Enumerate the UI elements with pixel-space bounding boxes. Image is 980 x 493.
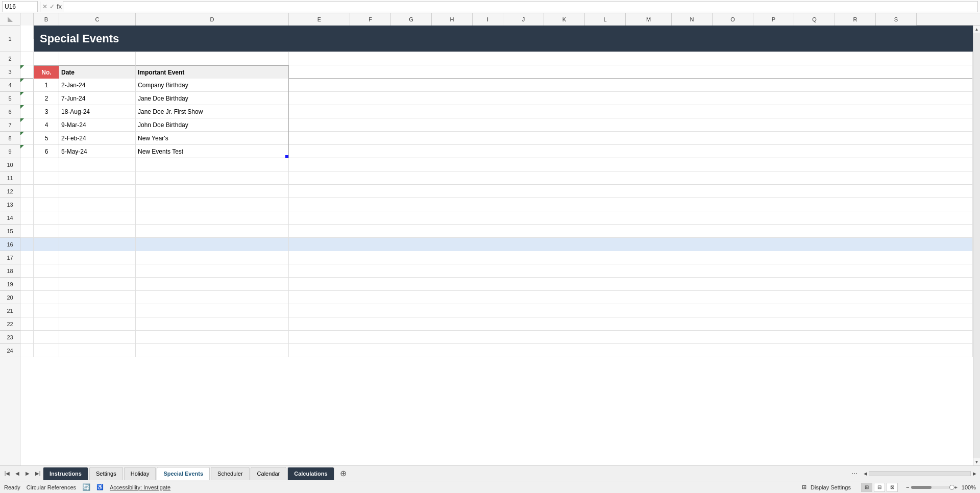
page-break-btn[interactable]: ⊠ — [887, 483, 898, 492]
tab-options-dots[interactable]: ⋯ — [851, 470, 857, 477]
cell-a2[interactable] — [20, 52, 34, 65]
col-header-b[interactable]: B — [34, 13, 59, 26]
cell-a19[interactable] — [20, 278, 34, 291]
cell-rest-13[interactable] — [289, 198, 973, 211]
cell-rest-21[interactable] — [289, 304, 973, 317]
col-header-i[interactable]: I — [473, 13, 503, 26]
cell-c15[interactable] — [59, 225, 136, 238]
cell-rest-12[interactable] — [289, 185, 973, 198]
sheet-tab-scheduler[interactable]: Scheduler — [211, 467, 250, 480]
cell-a16[interactable] — [20, 238, 34, 251]
cell-b4[interactable]: 1 — [34, 79, 59, 92]
cell-rest-9[interactable] — [289, 145, 973, 158]
cell-rest-14[interactable] — [289, 211, 973, 225]
add-sheet-btn[interactable]: ⊕ — [337, 467, 350, 480]
row-num-12[interactable]: 12 — [0, 185, 20, 198]
row-num-10[interactable]: 10 — [0, 158, 20, 171]
cell-d23[interactable] — [136, 331, 289, 344]
tab-scroll-left[interactable]: |◀ — [2, 469, 12, 479]
cell-c7[interactable]: 9-Mar-24 — [59, 118, 136, 132]
cell-d21[interactable] — [136, 304, 289, 317]
row-num-14[interactable]: 14 — [0, 211, 20, 225]
zoom-in-btn[interactable]: + — [954, 484, 957, 490]
cell-b12[interactable] — [34, 185, 59, 198]
normal-view-btn[interactable]: ⊞ — [861, 483, 872, 492]
zoom-slider-thumb[interactable] — [949, 485, 954, 490]
cell-d13[interactable] — [136, 198, 289, 211]
cell-b3-header-no[interactable]: No. — [34, 65, 59, 79]
cell-c22[interactable] — [59, 317, 136, 331]
cell-rest-10[interactable] — [289, 158, 973, 171]
col-header-g[interactable]: G — [391, 13, 432, 26]
cell-c21[interactable] — [59, 304, 136, 317]
col-header-c[interactable]: C — [59, 13, 136, 26]
page-layout-btn[interactable]: ⊟ — [874, 483, 885, 492]
cell-d17[interactable] — [136, 251, 289, 264]
accessibility-label[interactable]: Accessibility: Investigate — [110, 484, 170, 490]
cell-b18[interactable] — [34, 264, 59, 278]
cell-b24[interactable] — [34, 344, 59, 357]
row-num-8[interactable]: 8 — [0, 132, 20, 145]
cell-rest-20[interactable] — [289, 291, 973, 304]
cell-a20[interactable] — [20, 291, 34, 304]
cell-a23[interactable] — [20, 331, 34, 344]
cancel-icon[interactable]: ✕ — [42, 3, 47, 10]
cell-rest-15[interactable] — [289, 225, 973, 238]
cell-b20[interactable] — [34, 291, 59, 304]
cell-rest-2[interactable] — [289, 52, 973, 65]
cell-b2[interactable] — [34, 52, 59, 65]
row-num-23[interactable]: 23 — [0, 331, 20, 344]
cell-rest-5[interactable] — [289, 92, 973, 105]
col-header-o[interactable]: O — [713, 13, 753, 26]
cell-c20[interactable] — [59, 291, 136, 304]
cell-c9[interactable]: 5-May-24 — [59, 145, 136, 158]
cell-d6[interactable]: Jane Doe Jr. First Show — [136, 105, 289, 118]
row-num-22[interactable]: 22 — [0, 317, 20, 331]
cell-rest-23[interactable] — [289, 331, 973, 344]
cell-c23[interactable] — [59, 331, 136, 344]
cell-a11[interactable] — [20, 171, 34, 185]
cell-c18[interactable] — [59, 264, 136, 278]
scroll-down-btn[interactable]: ▼ — [973, 458, 980, 465]
col-header-m[interactable]: M — [626, 13, 672, 26]
cell-c14[interactable] — [59, 211, 136, 225]
row-num-1[interactable]: 1 — [0, 26, 20, 52]
cell-rest-3[interactable] — [289, 65, 973, 79]
zoom-out-btn[interactable]: − — [906, 484, 909, 490]
cell-a9[interactable] — [20, 145, 34, 158]
cell-rest-11[interactable] — [289, 171, 973, 185]
zoom-slider-track[interactable] — [911, 486, 952, 489]
cell-d9[interactable]: New Events Test — [136, 145, 289, 158]
cell-rest-17[interactable] — [289, 251, 973, 264]
cell-d7[interactable]: John Doe Birthday — [136, 118, 289, 132]
cell-c5[interactable]: 7-Jun-24 — [59, 92, 136, 105]
cell-a24[interactable] — [20, 344, 34, 357]
cell-a8[interactable] — [20, 132, 34, 145]
row-num-11[interactable]: 11 — [0, 171, 20, 185]
right-scrollbar[interactable]: ▲ ▼ — [973, 26, 980, 465]
cell-a6[interactable] — [20, 105, 34, 118]
cell-c10[interactable] — [59, 158, 136, 171]
cell-b11[interactable] — [34, 171, 59, 185]
cell-b14[interactable] — [34, 211, 59, 225]
col-header-r[interactable]: R — [835, 13, 876, 26]
cell-a21[interactable] — [20, 304, 34, 317]
row-num-3[interactable]: 3 — [0, 65, 20, 79]
cell-d3-header-event[interactable]: Important Event — [136, 65, 289, 79]
col-header-a[interactable] — [20, 13, 34, 26]
cell-a1[interactable] — [20, 26, 34, 39]
cell-b8[interactable]: 5 — [34, 132, 59, 145]
cell-a13[interactable] — [20, 198, 34, 211]
cell-d4[interactable]: Company Birthday — [136, 79, 289, 92]
col-header-k[interactable]: K — [544, 13, 585, 26]
sheet-tab-calculations[interactable]: Calculations — [287, 467, 334, 480]
cell-d2[interactable] — [136, 52, 289, 65]
cell-c8[interactable]: 2-Feb-24 — [59, 132, 136, 145]
col-header-q[interactable]: Q — [794, 13, 835, 26]
row-num-5[interactable]: 5 — [0, 92, 20, 105]
row-num-2[interactable]: 2 — [0, 52, 20, 65]
row-num-16[interactable]: 16 — [0, 238, 20, 251]
h-scroll-track[interactable] — [869, 471, 971, 476]
confirm-icon[interactable]: ✓ — [50, 3, 55, 10]
cell-b16[interactable] — [34, 238, 59, 251]
